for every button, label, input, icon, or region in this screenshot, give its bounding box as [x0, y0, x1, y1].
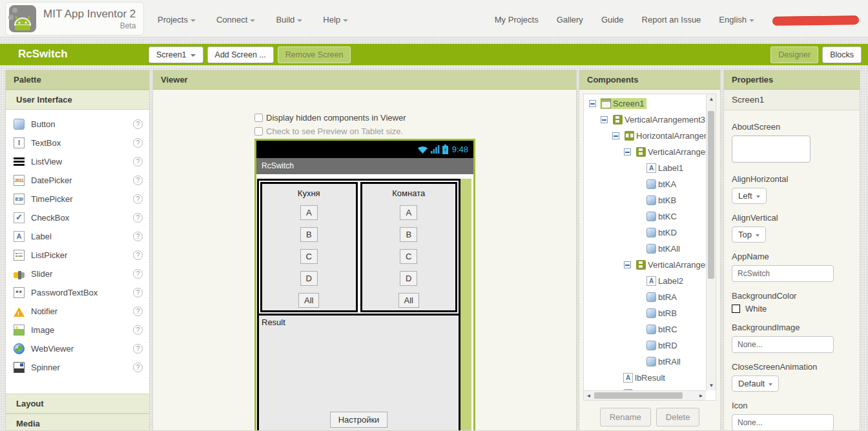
palette-item-checkbox[interactable]: ✓ CheckBox ?	[6, 208, 149, 227]
help-icon[interactable]: ?	[133, 363, 143, 372]
app-button-A[interactable]: A	[300, 205, 318, 220]
screen-selector-button[interactable]: Screen1	[149, 46, 203, 63]
BackgroundColor-picker[interactable]: White	[732, 304, 852, 314]
app-button-C[interactable]: C	[300, 249, 318, 264]
help-icon[interactable]: ?	[133, 269, 143, 279]
tree-item-VerticalArrangement3[interactable]: VerticalArrangement3	[584, 112, 706, 128]
tree-item-HorizontalArrangen[interactable]: HorizontalArrangen	[584, 128, 706, 144]
tree-item-Screen1[interactable]: Screen1	[584, 95, 706, 112]
tree-item-btSetti[interactable]: btSetti	[584, 386, 706, 390]
vertical-scroll-thumb[interactable]	[708, 111, 714, 279]
link-gallery[interactable]: Gallery	[557, 15, 583, 25]
palette-item-notifier[interactable]: ! Notifier ?	[6, 302, 149, 321]
menu-projects[interactable]: Projects	[158, 15, 196, 25]
tree-item-btRC[interactable]: btRC	[584, 321, 706, 337]
help-icon[interactable]: ?	[133, 306, 143, 316]
scroll-up-arrow[interactable]: ▲	[707, 94, 716, 104]
result-label[interactable]: Result	[262, 317, 285, 327]
menu-help[interactable]: Help	[323, 15, 348, 25]
app-button-C[interactable]: C	[400, 249, 417, 264]
help-icon[interactable]: ?	[133, 157, 143, 166]
tree-item-btRD[interactable]: btRD	[584, 337, 706, 354]
tree-item-VerticalArrangen[interactable]: VerticalArrangen	[584, 144, 706, 160]
CloseScreenAnimation-dropdown[interactable]: Default	[732, 376, 779, 392]
help-icon[interactable]: ?	[133, 138, 143, 148]
palette-item-webviewer[interactable]: WebViewer ?	[6, 339, 149, 358]
tree-item-Label2[interactable]: A Label2	[584, 273, 706, 289]
add-screen-button[interactable]: Add Screen ...	[207, 46, 274, 63]
scroll-left-arrow[interactable]: ◄	[584, 391, 594, 401]
collapse-icon[interactable]	[624, 148, 631, 155]
help-icon[interactable]: ?	[133, 119, 143, 129]
column-title[interactable]: Комната	[362, 188, 456, 198]
BackgroundImage-picker[interactable]: None...	[732, 336, 834, 353]
app-button-B[interactable]: B	[400, 227, 417, 242]
tree-item-btRAll[interactable]: btRAll	[584, 354, 706, 370]
help-icon[interactable]: ?	[133, 175, 143, 185]
blocks-button[interactable]: Blocks	[822, 46, 862, 63]
palette-item-timepicker[interactable]: 8:10 TimePicker ?	[6, 190, 149, 208]
collapse-icon[interactable]	[601, 116, 608, 123]
link-report-an-issue[interactable]: Report an Issue	[642, 15, 701, 25]
tree-item-btKA[interactable]: btKA	[584, 176, 706, 192]
palette-item-button[interactable]: Button ?	[6, 115, 149, 134]
palette-item-datepicker[interactable]: 2011 DatePicker ?	[6, 171, 149, 190]
tree-item-btKAll[interactable]: btKAll	[584, 241, 706, 257]
link-my-projects[interactable]: My Projects	[495, 15, 539, 25]
palette-item-listpicker[interactable]: ListPicker ?	[6, 246, 149, 265]
rename-button[interactable]: Rename	[600, 408, 651, 426]
tree-item-btKB[interactable]: btKB	[584, 192, 706, 208]
help-icon[interactable]: ?	[133, 232, 143, 241]
help-icon[interactable]: ?	[133, 250, 143, 260]
tree-item-btKD[interactable]: btKD	[584, 225, 706, 241]
tree-item-btRB[interactable]: btRB	[584, 305, 706, 321]
palette-item-passwordtextbox[interactable]: ** PasswordTextBox ?	[6, 283, 149, 302]
help-icon[interactable]: ?	[133, 194, 143, 204]
palette-item-image[interactable]: Image ?	[6, 321, 149, 339]
app-button-A[interactable]: A	[400, 205, 417, 220]
Icon-picker[interactable]: None...	[732, 414, 834, 431]
remove-screen-button[interactable]: Remove Screen	[278, 46, 351, 63]
designer-button[interactable]: Designer	[770, 46, 818, 63]
settings-button[interactable]: Настройки	[330, 412, 388, 428]
app-button-D[interactable]: D	[400, 271, 417, 286]
palette-item-textbox[interactable]: I TextBox ?	[6, 134, 149, 152]
palette-item-spinner[interactable]: Spinner ?	[6, 358, 149, 377]
palette-item-label[interactable]: A Label ?	[6, 227, 149, 246]
palette-section-layout[interactable]: Layout	[6, 394, 149, 414]
menu-build[interactable]: Build	[276, 15, 302, 25]
account-email-redacted[interactable]	[772, 15, 859, 26]
menu-connect[interactable]: Connect	[216, 15, 255, 25]
palette-section-media[interactable]: Media	[6, 414, 149, 431]
tree-item-lbResult[interactable]: A lbResult	[584, 370, 706, 386]
help-icon[interactable]: ?	[133, 325, 143, 335]
AlignHorizontal-dropdown[interactable]: Left	[732, 188, 767, 204]
language-selector[interactable]: English	[719, 15, 754, 25]
help-icon[interactable]: ?	[133, 288, 143, 297]
app-button-All[interactable]: All	[298, 293, 319, 308]
AppName-input[interactable]	[732, 265, 834, 282]
column-title[interactable]: Кухня	[262, 188, 356, 198]
collapse-icon[interactable]	[624, 261, 631, 268]
palette-item-slider[interactable]: Slider ?	[6, 265, 149, 283]
vertical-scrollbar[interactable]: ▲ ▼	[706, 94, 716, 390]
collapse-icon[interactable]	[589, 100, 596, 107]
collapse-icon[interactable]	[612, 132, 619, 139]
tree-item-btRA[interactable]: btRA	[584, 289, 706, 305]
AboutScreen-textarea[interactable]	[732, 135, 811, 163]
tree-item-btKC[interactable]: btKC	[584, 208, 706, 225]
AlignVertical-dropdown[interactable]: Top	[732, 226, 766, 243]
tablet-preview-checkbox[interactable]	[254, 127, 263, 135]
app-button-B[interactable]: B	[300, 227, 318, 242]
result-arrangement[interactable]: Result Настройки	[259, 314, 459, 431]
palette-section-user-interface[interactable]: User Interface	[6, 90, 149, 110]
display-hidden-checkbox[interactable]	[254, 114, 263, 122]
link-guide[interactable]: Guide	[601, 15, 624, 25]
scroll-down-arrow[interactable]: ▼	[707, 381, 716, 390]
arrangement-column-Комната[interactable]: Комната ABCDAll	[360, 182, 458, 312]
tree-item-Label1[interactable]: A Label1	[584, 160, 706, 176]
horizontal-scroll-thumb[interactable]	[594, 392, 683, 399]
scroll-right-arrow[interactable]: ►	[696, 391, 706, 401]
vertical-arrangement3[interactable]: Кухня ABCDAll Комната ABCDAll Result Нас…	[257, 179, 460, 431]
horizontal-scrollbar[interactable]: ◄ ►	[584, 390, 706, 400]
